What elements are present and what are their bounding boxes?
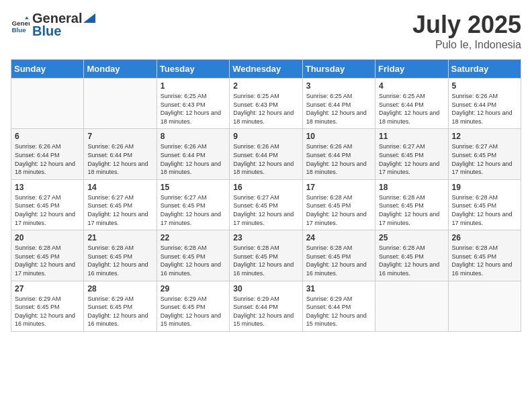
- calendar-cell: 16Sunrise: 6:27 AM Sunset: 6:45 PM Dayli…: [230, 179, 302, 230]
- calendar-week-row: 6Sunrise: 6:26 AM Sunset: 6:44 PM Daylig…: [11, 129, 521, 179]
- calendar-week-row: 13Sunrise: 6:27 AM Sunset: 6:45 PM Dayli…: [11, 179, 521, 230]
- day-number: 23: [233, 233, 298, 242]
- day-number: 22: [161, 233, 226, 242]
- calendar-cell: [375, 281, 448, 331]
- calendar-cell: 25Sunrise: 6:28 AM Sunset: 6:45 PM Dayli…: [375, 230, 448, 281]
- calendar-cell: 10Sunrise: 6:26 AM Sunset: 6:44 PM Dayli…: [302, 129, 375, 179]
- day-number: 9: [233, 132, 298, 141]
- calendar-cell: 22Sunrise: 6:28 AM Sunset: 6:45 PM Dayli…: [157, 230, 229, 281]
- day-info: Sunrise: 6:27 AM Sunset: 6:45 PM Dayligh…: [233, 193, 298, 227]
- day-number: 4: [379, 81, 444, 91]
- calendar-cell: 19Sunrise: 6:28 AM Sunset: 6:45 PM Dayli…: [448, 179, 521, 230]
- day-info: Sunrise: 6:28 AM Sunset: 6:45 PM Dayligh…: [233, 244, 298, 277]
- calendar-cell: 26Sunrise: 6:28 AM Sunset: 6:45 PM Dayli…: [448, 230, 521, 281]
- calendar-cell: [84, 79, 157, 129]
- day-info: Sunrise: 6:27 AM Sunset: 6:45 PM Dayligh…: [15, 193, 80, 227]
- day-info: Sunrise: 6:25 AM Sunset: 6:44 PM Dayligh…: [379, 92, 444, 126]
- calendar-cell: 11Sunrise: 6:27 AM Sunset: 6:45 PM Dayli…: [375, 129, 448, 179]
- calendar-cell: 17Sunrise: 6:28 AM Sunset: 6:45 PM Dayli…: [302, 179, 375, 230]
- weekday-header-monday: Monday: [84, 60, 157, 79]
- weekday-header-saturday: Saturday: [448, 60, 521, 79]
- day-info: Sunrise: 6:28 AM Sunset: 6:45 PM Dayligh…: [161, 244, 226, 277]
- svg-marker-3: [83, 13, 95, 23]
- day-number: 11: [379, 132, 444, 141]
- day-info: Sunrise: 6:28 AM Sunset: 6:45 PM Dayligh…: [452, 244, 517, 277]
- day-info: Sunrise: 6:28 AM Sunset: 6:45 PM Dayligh…: [306, 244, 371, 277]
- day-number: 29: [161, 284, 226, 293]
- day-info: Sunrise: 6:27 AM Sunset: 6:45 PM Dayligh…: [452, 142, 517, 176]
- title-area: July 2025 Pulo Ie, Indonesia: [412, 11, 521, 51]
- day-number: 18: [379, 183, 444, 192]
- day-info: Sunrise: 6:25 AM Sunset: 6:44 PM Dayligh…: [306, 92, 371, 126]
- calendar-cell: 13Sunrise: 6:27 AM Sunset: 6:45 PM Dayli…: [11, 179, 84, 230]
- calendar-subtitle: Pulo Ie, Indonesia: [412, 39, 521, 51]
- weekday-header-row: SundayMondayTuesdayWednesdayThursdayFrid…: [11, 60, 521, 79]
- logo-arrow-icon: [83, 13, 95, 23]
- calendar-cell: 18Sunrise: 6:28 AM Sunset: 6:45 PM Dayli…: [375, 179, 448, 230]
- calendar-cell: 9Sunrise: 6:26 AM Sunset: 6:44 PM Daylig…: [230, 129, 302, 179]
- day-number: 7: [87, 132, 152, 141]
- calendar-cell: 4Sunrise: 6:25 AM Sunset: 6:44 PM Daylig…: [375, 79, 448, 129]
- calendar-cell: 24Sunrise: 6:28 AM Sunset: 6:45 PM Dayli…: [302, 230, 375, 281]
- day-number: 24: [306, 233, 371, 242]
- weekday-header-wednesday: Wednesday: [230, 60, 302, 79]
- day-number: 8: [161, 132, 226, 141]
- weekday-header-tuesday: Tuesday: [157, 60, 229, 79]
- day-number: 6: [15, 132, 80, 141]
- day-info: Sunrise: 6:28 AM Sunset: 6:45 PM Dayligh…: [306, 193, 371, 227]
- day-number: 14: [87, 183, 152, 192]
- day-number: 2: [233, 81, 298, 91]
- day-number: 31: [306, 284, 371, 293]
- day-number: 5: [452, 81, 517, 91]
- calendar-title: July 2025: [412, 11, 521, 39]
- calendar-cell: 7Sunrise: 6:26 AM Sunset: 6:44 PM Daylig…: [84, 129, 157, 179]
- day-info: Sunrise: 6:28 AM Sunset: 6:45 PM Dayligh…: [379, 193, 444, 227]
- calendar-cell: 8Sunrise: 6:26 AM Sunset: 6:44 PM Daylig…: [157, 129, 229, 179]
- day-number: 1: [161, 81, 226, 91]
- day-info: Sunrise: 6:26 AM Sunset: 6:44 PM Dayligh…: [233, 142, 298, 176]
- day-info: Sunrise: 6:29 AM Sunset: 6:45 PM Dayligh…: [161, 295, 226, 328]
- calendar-cell: 6Sunrise: 6:26 AM Sunset: 6:44 PM Daylig…: [11, 129, 84, 179]
- day-info: Sunrise: 6:25 AM Sunset: 6:43 PM Dayligh…: [161, 92, 226, 126]
- day-info: Sunrise: 6:26 AM Sunset: 6:44 PM Dayligh…: [15, 142, 80, 176]
- calendar-cell: [11, 79, 84, 129]
- calendar-week-row: 1Sunrise: 6:25 AM Sunset: 6:43 PM Daylig…: [11, 79, 521, 129]
- calendar-cell: 15Sunrise: 6:27 AM Sunset: 6:45 PM Dayli…: [157, 179, 229, 230]
- day-number: 19: [452, 183, 517, 192]
- calendar-cell: 20Sunrise: 6:28 AM Sunset: 6:45 PM Dayli…: [11, 230, 84, 281]
- day-number: 20: [15, 233, 80, 242]
- page-header: General Blue General Blue July 2025 Pulo…: [11, 11, 521, 51]
- day-info: Sunrise: 6:25 AM Sunset: 6:43 PM Dayligh…: [233, 92, 298, 126]
- day-info: Sunrise: 6:26 AM Sunset: 6:44 PM Dayligh…: [161, 142, 226, 176]
- calendar-cell: 14Sunrise: 6:27 AM Sunset: 6:45 PM Dayli…: [84, 179, 157, 230]
- calendar-cell: 12Sunrise: 6:27 AM Sunset: 6:45 PM Dayli…: [448, 129, 521, 179]
- day-number: 26: [452, 233, 517, 242]
- day-number: 27: [15, 284, 80, 293]
- calendar-cell: [448, 281, 521, 331]
- day-info: Sunrise: 6:27 AM Sunset: 6:45 PM Dayligh…: [87, 193, 152, 227]
- day-info: Sunrise: 6:26 AM Sunset: 6:44 PM Dayligh…: [452, 92, 517, 126]
- day-number: 12: [452, 132, 517, 141]
- day-number: 25: [379, 233, 444, 242]
- day-number: 13: [15, 183, 80, 192]
- day-number: 3: [306, 81, 371, 91]
- calendar-cell: 28Sunrise: 6:29 AM Sunset: 6:45 PM Dayli…: [84, 281, 157, 331]
- calendar-week-row: 27Sunrise: 6:29 AM Sunset: 6:45 PM Dayli…: [11, 281, 521, 331]
- calendar-cell: 30Sunrise: 6:29 AM Sunset: 6:44 PM Dayli…: [230, 281, 302, 331]
- calendar-cell: 21Sunrise: 6:28 AM Sunset: 6:45 PM Dayli…: [84, 230, 157, 281]
- logo-icon: General Blue: [11, 15, 30, 34]
- calendar-cell: 5Sunrise: 6:26 AM Sunset: 6:44 PM Daylig…: [448, 79, 521, 129]
- day-number: 10: [306, 132, 371, 141]
- calendar-cell: 31Sunrise: 6:29 AM Sunset: 6:44 PM Dayli…: [302, 281, 375, 331]
- calendar-cell: 27Sunrise: 6:29 AM Sunset: 6:45 PM Dayli…: [11, 281, 84, 331]
- weekday-header-friday: Friday: [375, 60, 448, 79]
- day-number: 21: [87, 233, 152, 242]
- day-number: 28: [87, 284, 152, 293]
- weekday-header-sunday: Sunday: [11, 60, 84, 79]
- svg-text:Blue: Blue: [11, 26, 26, 34]
- svg-marker-1: [25, 16, 29, 19]
- day-info: Sunrise: 6:29 AM Sunset: 6:44 PM Dayligh…: [233, 295, 298, 328]
- day-info: Sunrise: 6:29 AM Sunset: 6:44 PM Dayligh…: [306, 295, 371, 328]
- day-info: Sunrise: 6:27 AM Sunset: 6:45 PM Dayligh…: [379, 142, 444, 176]
- day-number: 16: [233, 183, 298, 192]
